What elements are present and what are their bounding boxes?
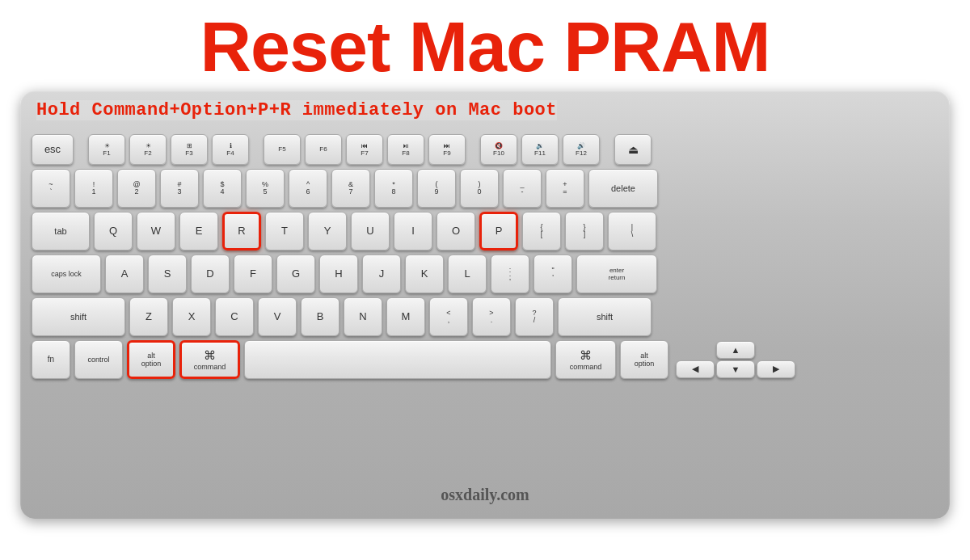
key-d[interactable]: D: [191, 255, 230, 293]
watermark: osxdaily.com: [441, 486, 529, 504]
key-8[interactable]: *8: [374, 169, 413, 208]
key-enter[interactable]: enterreturn: [576, 255, 657, 293]
key-s[interactable]: S: [148, 255, 187, 293]
key-1[interactable]: !1: [74, 169, 113, 208]
key-e[interactable]: E: [179, 212, 218, 251]
key-y[interactable]: Y: [308, 212, 347, 251]
key-q[interactable]: Q: [94, 212, 133, 251]
key-tilde[interactable]: ~`: [32, 169, 70, 208]
key-9[interactable]: (9: [417, 169, 456, 208]
subtitle-text: Hold Command+Option+P+R immediately on M…: [36, 100, 557, 120]
key-option-left[interactable]: alt option: [127, 340, 175, 379]
key-fn[interactable]: fn: [32, 340, 70, 379]
key-eject[interactable]: ⏏: [614, 134, 652, 165]
key-2[interactable]: @2: [117, 169, 156, 208]
key-f1[interactable]: ☀F1: [88, 134, 125, 165]
key-f7[interactable]: ⏮F7: [346, 134, 383, 165]
key-f8[interactable]: ⏯F8: [387, 134, 424, 165]
key-z[interactable]: Z: [129, 297, 168, 336]
key-tab[interactable]: tab: [32, 212, 90, 251]
key-f[interactable]: F: [234, 255, 272, 293]
key-shift-right[interactable]: shift: [558, 297, 652, 336]
key-arrow-left[interactable]: ◀: [676, 360, 715, 378]
key-semicolon[interactable]: :;: [491, 255, 529, 293]
key-arrow-up[interactable]: ▲: [716, 341, 755, 359]
key-l[interactable]: L: [448, 255, 487, 293]
key-f6[interactable]: F6: [305, 134, 342, 165]
qwerty-key-row: tab Q W E R T Y U I O P {[ }] |\: [32, 212, 938, 251]
shift-key-row: shift Z X C V B N M <, >. ?/ shift: [32, 297, 938, 336]
key-arrow-right[interactable]: ▶: [757, 360, 795, 378]
arrow-cluster: ▲ ◀ ▼ ▶: [676, 341, 795, 378]
key-bracket-r[interactable]: }]: [565, 212, 604, 251]
key-f3[interactable]: ⊞F3: [171, 134, 208, 165]
key-r[interactable]: R: [222, 212, 261, 251]
key-minus[interactable]: _-: [503, 169, 542, 208]
key-7[interactable]: &7: [331, 169, 370, 208]
key-f9[interactable]: ⏭F9: [428, 134, 466, 165]
key-4[interactable]: $4: [203, 169, 242, 208]
key-a[interactable]: A: [105, 255, 144, 293]
keyboard-rows: esc ☀F1 ☀F2 ⊞F3 ℹF4 F5 F6 ⏮F7 ⏯F8 ⏭F9 🔇F…: [32, 134, 938, 379]
key-j[interactable]: J: [362, 255, 401, 293]
key-space[interactable]: [244, 340, 551, 379]
key-5[interactable]: %5: [246, 169, 285, 208]
key-3[interactable]: #3: [160, 169, 199, 208]
key-option-right[interactable]: alt option: [620, 340, 668, 379]
key-t[interactable]: T: [265, 212, 304, 251]
page-container: Reset Mac PRAM Hold Command+Option+P+R i…: [0, 0, 970, 560]
key-control[interactable]: control: [74, 340, 123, 379]
key-f12[interactable]: 🔊F12: [563, 134, 600, 165]
key-equals[interactable]: +=: [546, 169, 584, 208]
key-m[interactable]: M: [386, 297, 425, 336]
bottom-key-row: fn control alt option ⌘ command ⌘ comman…: [32, 340, 938, 379]
key-0[interactable]: )0: [460, 169, 499, 208]
number-key-row: ~` !1 @2 #3 $4 %5 ^6 &7 *8 (9 )0 _- += d…: [32, 169, 938, 208]
keyboard-image: Hold Command+Option+P+R immediately on M…: [20, 91, 950, 519]
key-quote[interactable]: "': [534, 255, 572, 293]
key-p[interactable]: P: [479, 212, 518, 251]
key-u[interactable]: U: [351, 212, 390, 251]
key-6[interactable]: ^6: [289, 169, 327, 208]
key-h[interactable]: H: [319, 255, 358, 293]
key-command-left[interactable]: ⌘ command: [179, 340, 240, 379]
fn-key-row: esc ☀F1 ☀F2 ⊞F3 ℹF4 F5 F6 ⏮F7 ⏯F8 ⏭F9 🔇F…: [32, 134, 938, 165]
page-title: Reset Mac PRAM: [200, 8, 770, 86]
key-arrow-down[interactable]: ▼: [716, 360, 755, 378]
key-k[interactable]: K: [405, 255, 444, 293]
key-command-right[interactable]: ⌘ command: [555, 340, 616, 379]
key-slash[interactable]: ?/: [515, 297, 554, 336]
key-caps-lock[interactable]: caps lock: [32, 255, 101, 293]
key-bracket-l[interactable]: {[: [522, 212, 561, 251]
key-f11[interactable]: 🔉F11: [521, 134, 559, 165]
key-w[interactable]: W: [137, 212, 175, 251]
key-f2[interactable]: ☀F2: [129, 134, 167, 165]
key-x[interactable]: X: [172, 297, 211, 336]
home-key-row: caps lock A S D F G H J K L :; "' enterr…: [32, 255, 938, 293]
key-shift-left[interactable]: shift: [32, 297, 125, 336]
key-f10[interactable]: 🔇F10: [480, 134, 517, 165]
key-comma[interactable]: <,: [429, 297, 468, 336]
key-c[interactable]: C: [215, 297, 254, 336]
key-f5[interactable]: F5: [264, 134, 301, 165]
key-esc[interactable]: esc: [32, 134, 74, 165]
key-period[interactable]: >.: [472, 297, 511, 336]
key-backslash[interactable]: |\: [608, 212, 656, 251]
key-i[interactable]: I: [394, 212, 432, 251]
key-f4[interactable]: ℹF4: [212, 134, 249, 165]
key-v[interactable]: V: [258, 297, 297, 336]
key-o[interactable]: O: [436, 212, 475, 251]
key-b[interactable]: B: [301, 297, 340, 336]
key-g[interactable]: G: [276, 255, 315, 293]
key-delete[interactable]: delete: [588, 169, 658, 208]
key-n[interactable]: N: [344, 297, 382, 336]
